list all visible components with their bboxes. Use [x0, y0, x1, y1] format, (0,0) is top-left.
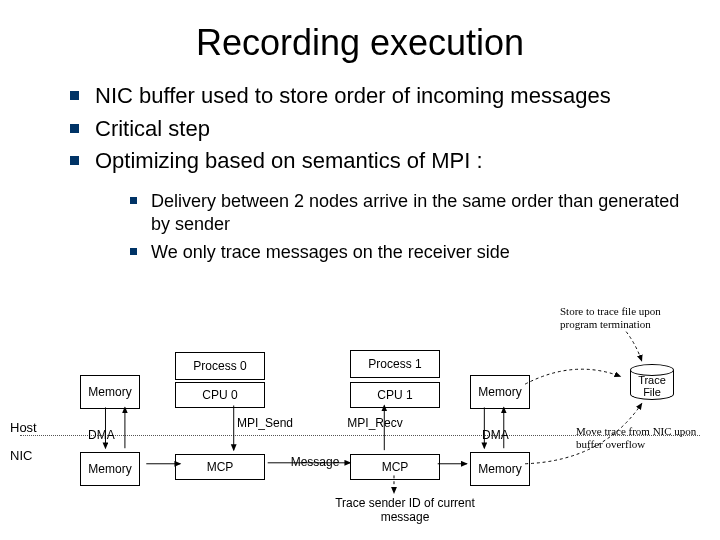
bullet-item: Optimizing based on semantics of MPI :	[70, 147, 680, 176]
bullet-marker-icon	[70, 91, 79, 100]
dma-label-left: DMA	[88, 428, 115, 442]
nic-label: NIC	[10, 448, 32, 464]
process0-box: Process 0	[175, 352, 265, 380]
bullet-item: We only trace messages on the receiver s…	[130, 241, 680, 264]
note-trace: Trace sender ID of current message	[335, 496, 475, 525]
note-move: Move trace from NIC upon buffer overflow	[576, 425, 706, 451]
cpu0-box: CPU 0	[175, 382, 265, 408]
memory-box-left-host: Memory	[80, 375, 140, 409]
host-label: Host	[10, 420, 37, 436]
bullet-marker-icon	[70, 124, 79, 133]
note-store: Store to trace file upon program termina…	[560, 305, 700, 331]
bullet-text: Critical step	[95, 115, 210, 144]
trace-file-cylinder-icon: Trace File	[630, 364, 674, 400]
bullet-list-level1: NIC buffer used to store order of incomi…	[0, 82, 720, 176]
mpi-recv-label: MPI_Recv	[340, 416, 410, 430]
bullet-text: Delivery between 2 nodes arrive in the s…	[151, 190, 680, 237]
mcp-box-left: MCP	[175, 454, 265, 480]
bullet-item: NIC buffer used to store order of incomi…	[70, 82, 680, 111]
dma-label-right: DMA	[482, 428, 509, 442]
memory-box-right-nic: Memory	[470, 452, 530, 486]
bullet-item: Critical step	[70, 115, 680, 144]
cpu1-box: CPU 1	[350, 382, 440, 408]
architecture-diagram: Host NIC Process 0 Process 1 Memory CPU …	[20, 320, 700, 524]
trace-file-label: Trace File	[630, 374, 674, 398]
bullet-marker-icon	[70, 156, 79, 165]
bullet-marker-icon	[130, 197, 137, 204]
bullet-item: Delivery between 2 nodes arrive in the s…	[130, 190, 680, 237]
mpi-send-label: MPI_Send	[230, 416, 300, 430]
bullet-marker-icon	[130, 248, 137, 255]
process1-box: Process 1	[350, 350, 440, 378]
bullet-text: NIC buffer used to store order of incomi…	[95, 82, 611, 111]
slide-title: Recording execution	[0, 0, 720, 78]
memory-box-right-host: Memory	[470, 375, 530, 409]
bullet-text: Optimizing based on semantics of MPI :	[95, 147, 483, 176]
mcp-box-right: MCP	[350, 454, 440, 480]
bullet-text: We only trace messages on the receiver s…	[151, 241, 510, 264]
bullet-list-level2: Delivery between 2 nodes arrive in the s…	[0, 180, 720, 278]
memory-box-left-nic: Memory	[80, 452, 140, 486]
message-label: Message	[285, 455, 345, 469]
